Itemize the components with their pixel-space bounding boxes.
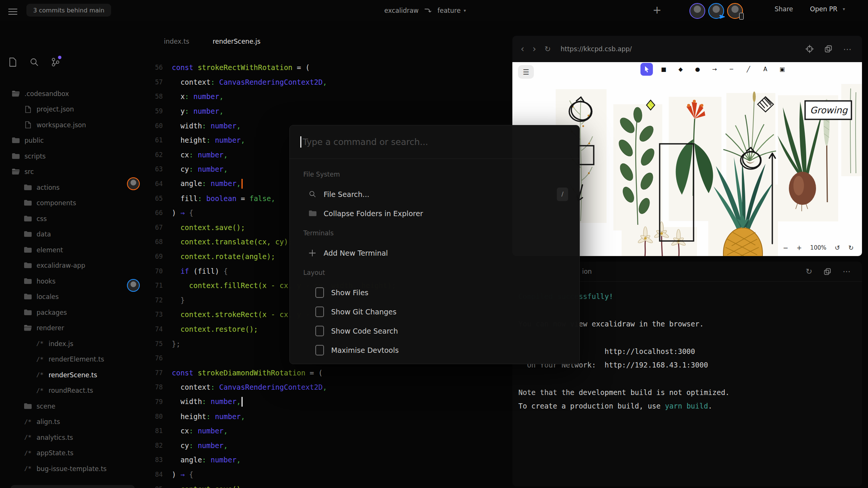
duplicate-pane-icon[interactable] bbox=[824, 45, 833, 53]
tree-item-roundreact-ts[interactable]: /*roundReact.ts bbox=[0, 383, 147, 399]
line-number: 82 bbox=[140, 442, 163, 449]
palette-item-add-new-terminal[interactable]: Add New Terminal bbox=[290, 243, 579, 262]
tree-item-scene[interactable]: scene bbox=[0, 398, 147, 414]
palette-item-collapse-folders-in-explorer[interactable]: Collapse Folders in Explorer bbox=[290, 204, 579, 223]
tree-item-renderer[interactable]: renderer bbox=[0, 320, 147, 336]
tool-selection[interactable] bbox=[640, 63, 653, 76]
redo-icon[interactable]: ↻ bbox=[848, 244, 854, 252]
duplicate-terminal-icon[interactable] bbox=[824, 268, 831, 276]
tree-item-renderscene-ts[interactable]: /*renderScene.ts bbox=[0, 367, 147, 383]
tree-item--codesandbox[interactable]: .codesandbox bbox=[0, 86, 147, 102]
tree-item-label: workspace.json bbox=[37, 121, 86, 129]
collaborator-cursor-avatar bbox=[127, 279, 140, 292]
checkbox[interactable] bbox=[315, 307, 324, 317]
git-branch-icon[interactable] bbox=[50, 57, 60, 67]
tree-item-align-ts[interactable]: /*align.ts bbox=[0, 414, 147, 430]
commits-behind-badge[interactable]: 3 commits behind main bbox=[26, 4, 111, 17]
tree-item-renderelement-ts[interactable]: /*renderElement.ts bbox=[0, 352, 147, 368]
code-text: height: number, bbox=[172, 412, 245, 421]
tool-rectangle[interactable]: ■ bbox=[657, 63, 670, 76]
branch-fork-icon bbox=[424, 6, 432, 15]
tree-item-excalidraw-app[interactable]: excalidraw-app bbox=[0, 258, 147, 274]
forward-icon[interactable]: › bbox=[533, 44, 536, 54]
checkbox[interactable] bbox=[315, 364, 324, 364]
files-icon[interactable] bbox=[8, 57, 18, 67]
tree-item-hooks[interactable]: hooks bbox=[0, 273, 147, 289]
branch-selector[interactable]: feature▾ bbox=[437, 7, 466, 14]
line-number: 68 bbox=[140, 238, 163, 246]
checkbox[interactable] bbox=[315, 287, 324, 298]
tree-item-workspace-json[interactable]: workspace.json bbox=[0, 117, 147, 133]
repo-name: excalidraw bbox=[384, 7, 419, 14]
more-options-icon[interactable]: ⋯ bbox=[843, 44, 852, 54]
tool-ellipse[interactable]: ● bbox=[691, 63, 704, 76]
palette-item-maximise-devtools[interactable]: Maximise Devtools bbox=[290, 340, 579, 360]
tree-item-label: components bbox=[37, 199, 76, 207]
checkbox[interactable] bbox=[315, 326, 324, 336]
command-input[interactable]: Type a command or search... bbox=[290, 125, 579, 159]
tree-item-bug-issue-template-ts[interactable]: /*bug-issue-template.ts bbox=[0, 461, 147, 477]
zoom-in-button[interactable]: + bbox=[796, 244, 802, 252]
tree-item-analytics-ts[interactable]: /*analytics.ts bbox=[0, 430, 147, 445]
folder-icon bbox=[23, 262, 32, 269]
tool-arrow[interactable]: → bbox=[708, 63, 721, 76]
zoom-level[interactable]: 100% bbox=[810, 244, 827, 251]
palette-item-show-files[interactable]: Show Files bbox=[290, 283, 579, 302]
share-button[interactable]: Share bbox=[775, 5, 793, 13]
tree-item-src[interactable]: src bbox=[0, 164, 147, 180]
tab-renderScene-js[interactable]: renderScene.js bbox=[212, 38, 260, 45]
avatar-collaborator-3[interactable] bbox=[727, 3, 743, 19]
inspect-icon[interactable] bbox=[805, 45, 814, 53]
tab-index-ts[interactable]: index.ts bbox=[164, 38, 189, 45]
restart-task-icon[interactable]: ↻ bbox=[805, 267, 812, 276]
tree-item-css[interactable]: css bbox=[0, 211, 147, 227]
tool-diamond[interactable]: ◆ bbox=[674, 63, 687, 76]
tool-line[interactable]: ─ bbox=[725, 63, 738, 76]
code-text: y: number, bbox=[172, 107, 223, 115]
code-line: 85 context.save(); bbox=[127, 482, 511, 488]
checkbox[interactable] bbox=[315, 345, 324, 355]
avatar-collaborator-2[interactable] bbox=[708, 3, 724, 19]
tree-item-label: excalidraw-app bbox=[37, 262, 85, 269]
ts-file-icon: /* bbox=[23, 450, 32, 457]
url-field[interactable]: https://kkcpd.csb.app/ bbox=[561, 45, 632, 53]
undo-icon[interactable]: ↺ bbox=[835, 244, 840, 252]
tree-item-scripts[interactable]: scripts bbox=[0, 148, 147, 164]
tree-item-index-js[interactable]: /*index.js bbox=[0, 336, 147, 352]
tool-image[interactable]: ▣ bbox=[776, 63, 789, 76]
new-item-button[interactable]: + bbox=[651, 5, 663, 17]
palette-item-label: Show Code Search bbox=[331, 327, 398, 335]
palette-item-show-code-search[interactable]: Show Code Search bbox=[290, 321, 579, 340]
refresh-icon[interactable]: ↻ bbox=[544, 44, 551, 53]
code-text: context.restore(); bbox=[172, 325, 258, 333]
tree-item-appstate-ts[interactable]: /*appState.ts bbox=[0, 445, 147, 461]
palette-item-maximise-code-editor[interactable]: Maximise Code Editor bbox=[290, 360, 579, 364]
folder-icon bbox=[23, 215, 32, 222]
palette-item-file-search-[interactable]: File Search.../ bbox=[290, 185, 579, 204]
palette-item-show-git-changes[interactable]: Show Git Changes bbox=[290, 302, 579, 321]
tree-item-label: roundReact.ts bbox=[49, 387, 93, 394]
more-options-icon[interactable]: ⋯ bbox=[843, 267, 851, 276]
tree-item-components[interactable]: components bbox=[0, 195, 147, 211]
tree-item-element[interactable]: element bbox=[0, 242, 147, 258]
back-icon[interactable]: ‹ bbox=[521, 44, 524, 54]
code-text: }; bbox=[172, 340, 180, 348]
tree-item-project-json[interactable]: project.json bbox=[0, 102, 147, 117]
collaborator-cursor-avatar bbox=[127, 177, 140, 190]
tree-item-locales[interactable]: locales bbox=[0, 289, 147, 305]
excalidraw-menu-button[interactable]: ☰ bbox=[518, 65, 534, 79]
menu-icon[interactable] bbox=[8, 7, 17, 14]
tree-item-public[interactable]: public bbox=[0, 133, 147, 149]
tree-item-actions[interactable]: actions bbox=[0, 180, 147, 195]
tool-text[interactable]: A bbox=[759, 63, 772, 76]
tree-item-data[interactable]: data bbox=[0, 227, 147, 242]
open-in-vscode-button[interactable]: Open in VS Code bbox=[11, 485, 135, 488]
tool-draw[interactable]: ╱ bbox=[742, 63, 755, 76]
tree-item-packages[interactable]: packages bbox=[0, 305, 147, 320]
open-pr-button[interactable]: Open PR▾ bbox=[810, 5, 845, 13]
zoom-out-button[interactable]: − bbox=[783, 244, 788, 252]
line-number: 56 bbox=[140, 64, 163, 71]
code-text: } bbox=[172, 296, 185, 304]
search-icon[interactable] bbox=[29, 57, 39, 67]
avatar-collaborator-1[interactable] bbox=[689, 3, 705, 19]
